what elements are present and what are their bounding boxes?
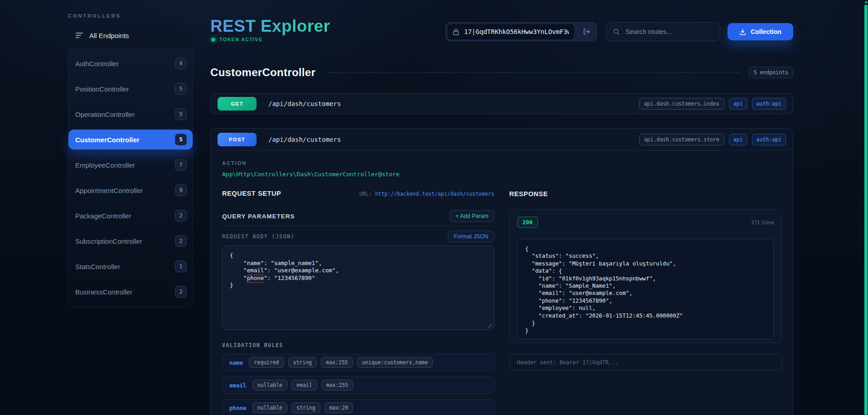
endpoints-count-badge: 5 endpoints bbox=[749, 67, 793, 78]
validation-chips: nullablestringmax:20 bbox=[252, 402, 353, 413]
sidebar-controller-item[interactable]: CustomerController 5 bbox=[68, 130, 193, 150]
sidebar-item-all-endpoints[interactable]: All Endpoints bbox=[68, 25, 193, 45]
controller-list: AuthController 4 PositionController 5 Op… bbox=[68, 48, 193, 308]
status-dot-icon bbox=[211, 38, 215, 42]
rule-chip: unique:customers,name bbox=[357, 357, 433, 368]
controller-title: CustomerController bbox=[210, 66, 315, 79]
method-badge-get: GET bbox=[218, 97, 257, 111]
url-label: URL: bbox=[359, 191, 372, 197]
token-input[interactable] bbox=[464, 28, 569, 35]
token-status: TOKEN ACTIVE bbox=[211, 37, 263, 42]
controller-label: AuthController bbox=[75, 60, 119, 68]
middleware-badge-api: api bbox=[729, 98, 747, 110]
endpoint-row-post[interactable]: POST /api/dash/customers api.dash.custom… bbox=[211, 129, 793, 150]
sidebar-controller-item[interactable]: SubscriptionController 2 bbox=[68, 231, 193, 251]
rule-chip: nullable bbox=[252, 402, 287, 413]
download-icon bbox=[739, 29, 746, 35]
middleware-badge-auth: auth:api bbox=[752, 134, 786, 145]
page-scrollbar[interactable] bbox=[864, 0, 868, 415]
validation-rule-row: name requiredstringmax:255unique:custome… bbox=[222, 354, 495, 371]
validation-chips: requiredstringmax:255unique:customers,na… bbox=[249, 357, 433, 368]
response-body: { "status": "success", "message": "Müşte… bbox=[525, 245, 766, 334]
logout-icon bbox=[582, 28, 590, 35]
sidebar-controller-item[interactable]: BusinessController 2 bbox=[68, 282, 193, 302]
controller-count-badge: 7 bbox=[175, 159, 187, 171]
sidebar: CONTROLLERS All Endpoints AuthController… bbox=[68, 0, 193, 308]
validation-rule-row: phone nullablestringmax:20 bbox=[222, 399, 495, 415]
request-body-row: REQUEST BODY (JSON) Format JSON bbox=[222, 231, 495, 242]
action-label: ACTION bbox=[222, 160, 495, 166]
rule-chip: string bbox=[291, 402, 320, 413]
response-column: RESPONSE 200 271.10ms { "status": "succe… bbox=[509, 160, 782, 415]
validation-field: name bbox=[229, 359, 243, 366]
controller-count-badge: 1 bbox=[175, 261, 187, 272]
search-input[interactable] bbox=[626, 28, 713, 35]
sidebar-controller-item[interactable]: EmployeeController 7 bbox=[68, 155, 193, 175]
sidebar-controller-item[interactable]: PackageController 2 bbox=[68, 206, 193, 226]
token-field-group bbox=[446, 22, 597, 41]
token-input-wrap bbox=[447, 24, 574, 39]
middleware-badge-api: api bbox=[729, 134, 747, 145]
request-url: URL: http://backend.test/api/dash/custom… bbox=[359, 191, 495, 197]
collection-label: Collection bbox=[751, 28, 781, 35]
sidebar-controller-item[interactable]: OperationController 5 bbox=[68, 104, 193, 124]
controller-label: AppointmentController bbox=[75, 187, 143, 194]
middleware-badge-auth: auth:api bbox=[752, 98, 786, 110]
controller-heading-row: CustomerController 5 endpoints bbox=[210, 66, 793, 79]
controller-label: PositionController bbox=[75, 85, 129, 93]
query-params-row: QUERY PARAMETERS + Add Param bbox=[222, 210, 495, 222]
sidebar-controller-item[interactable]: StatsController 1 bbox=[68, 256, 193, 276]
controllers-section-label: CONTROLLERS bbox=[68, 13, 193, 19]
endpoint-detail: ACTION App\Http\Controllers\Dash\Custome… bbox=[211, 150, 793, 415]
search-icon bbox=[613, 28, 620, 35]
rule-chip: max:20 bbox=[325, 402, 354, 413]
rule-chip: nullable bbox=[252, 380, 287, 391]
validation-chips: nullableemailmax:255 bbox=[252, 380, 353, 391]
app-window: CONTROLLERS All Endpoints AuthController… bbox=[0, 0, 868, 415]
rule-chip: email bbox=[291, 380, 317, 391]
token-logout-button[interactable] bbox=[576, 23, 596, 41]
controller-count-badge: 4 bbox=[175, 58, 187, 69]
route-name-badge: api.dash.customers.index bbox=[639, 98, 724, 110]
request-body-label: REQUEST BODY (JSON) bbox=[222, 233, 295, 240]
response-body-box: { "status": "success", "message": "Müşte… bbox=[517, 239, 775, 339]
section-divider bbox=[222, 226, 495, 226]
format-json-button[interactable]: Format JSON bbox=[448, 231, 494, 242]
token-status-label: TOKEN ACTIVE bbox=[219, 37, 263, 42]
validation-field: email bbox=[229, 382, 247, 389]
response-time: 271.10ms bbox=[751, 220, 774, 225]
controller-label: CustomerController bbox=[75, 136, 140, 144]
validation-rule-row: email nullableemailmax:255 bbox=[222, 376, 495, 394]
response-label: RESPONSE bbox=[509, 190, 782, 198]
route-search bbox=[606, 22, 720, 41]
controller-label: PackageController bbox=[75, 212, 131, 220]
sidebar-controller-item[interactable]: PositionController 5 bbox=[68, 79, 193, 99]
add-param-button[interactable]: + Add Param bbox=[450, 210, 495, 222]
endpoint-badges: api.dash.customers.store api auth:api bbox=[639, 134, 786, 145]
validation-field: phone bbox=[229, 405, 247, 411]
collection-button[interactable]: Collection bbox=[727, 23, 793, 40]
sidebar-controller-item[interactable]: AuthController 4 bbox=[68, 53, 193, 73]
validation-rules-list: name requiredstringmax:255unique:custome… bbox=[222, 354, 495, 415]
route-name-badge: api.dash.customers.store bbox=[639, 134, 724, 145]
endpoint-badges: api.dash.customers.index api auth:api bbox=[639, 98, 786, 110]
endpoint-path: /api/dash/customers bbox=[268, 100, 341, 107]
main-content: REST Explorer TOKEN ACTIVE bbox=[210, 0, 793, 415]
url-link[interactable]: http://backend.test/api/dash/customers bbox=[375, 191, 494, 197]
controller-count-badge: 2 bbox=[175, 235, 187, 247]
controller-label: StatsController bbox=[75, 263, 120, 270]
controller-count-badge: 2 bbox=[175, 210, 187, 222]
request-body-editor[interactable]: { "name": "sample_name1", "email": "user… bbox=[222, 246, 495, 330]
request-setup-label: REQUEST SETUP bbox=[222, 190, 281, 197]
lock-icon bbox=[453, 29, 459, 35]
validation-rules-label: VALIDATION RULES bbox=[222, 342, 495, 348]
page-title: REST Explorer bbox=[210, 17, 330, 36]
header-sent-box: Header sent: Bearer 17|GqdTR... bbox=[509, 354, 782, 371]
endpoint-row-get[interactable]: GET /api/dash/customers api.dash.custome… bbox=[211, 94, 793, 114]
controller-count-badge: 9 bbox=[175, 184, 187, 196]
response-panel: 200 271.10ms { "status": "success", "mes… bbox=[509, 209, 782, 343]
sidebar-controller-item[interactable]: AppointmentController 9 bbox=[68, 180, 193, 200]
controller-count-badge: 2 bbox=[175, 286, 187, 298]
scrollbar-thumb[interactable] bbox=[864, 5, 868, 415]
response-status-row: 200 271.10ms bbox=[517, 217, 775, 228]
